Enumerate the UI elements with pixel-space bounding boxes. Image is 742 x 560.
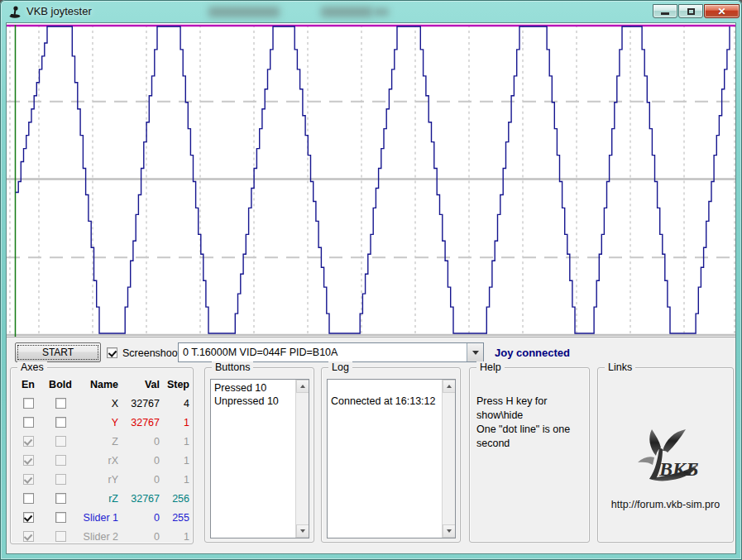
axis-name-x: X — [77, 398, 120, 409]
axis-name-slider2: Slider 2 — [77, 531, 120, 543]
axes-header-val: Val — [120, 379, 161, 390]
start-button[interactable]: START — [15, 342, 101, 362]
bold-checkbox-z — [55, 436, 66, 447]
axis-step-rx: 1 — [161, 455, 191, 467]
forum-link[interactable]: http://forum.vkb-sim.pro — [598, 499, 733, 510]
axis-trace-graph[interactable] — [7, 23, 735, 337]
close-icon: ✕ — [717, 7, 725, 17]
axis-val-y: 32767 — [120, 417, 161, 428]
log-list-items: Connected at 16:13:12 — [328, 380, 441, 538]
axes-header-bold: Bold — [44, 379, 77, 390]
axis-val-rz: 32767 — [120, 493, 161, 505]
help-line: One "dot line" is one second — [476, 423, 589, 451]
help-groupbox-title: Help — [476, 361, 505, 373]
logo-text: ВКБ — [658, 458, 699, 480]
axis-row-slider2: Slider 201 — [12, 527, 191, 546]
maximize-icon — [687, 8, 695, 15]
axis-val-z: 0 — [120, 436, 161, 448]
buttons-groupbox: Buttons Pressed 10Unpressed 10 — [204, 367, 314, 543]
axes-groupbox-title: Axes — [17, 361, 47, 373]
axis-val-ry: 0 — [120, 474, 161, 486]
axis-step-ry: 1 — [161, 474, 191, 486]
list-item[interactable]: Unpressed 10 — [214, 395, 294, 408]
en-checkbox-rz[interactable] — [23, 493, 34, 504]
help-text: Press H key for show\hideOne "dot line" … — [476, 395, 589, 451]
redacted-text-blur — [374, 8, 389, 16]
redacted-text-blur — [208, 7, 280, 17]
bold-checkbox-rz[interactable] — [55, 493, 66, 504]
axis-step-z: 1 — [161, 436, 191, 448]
en-checkbox-rx — [23, 455, 34, 466]
bold-checkbox-ry — [55, 474, 66, 485]
bold-checkbox-y[interactable] — [55, 417, 66, 428]
minimize-button[interactable] — [653, 4, 677, 18]
buttons-scrollbar[interactable] — [295, 380, 309, 538]
triangle-down-icon — [447, 529, 452, 533]
en-checkbox-slider1[interactable] — [23, 512, 34, 523]
device-select-dropdown-button[interactable] — [467, 343, 483, 361]
device-select[interactable]: 0 T.16000M VID=044F PID=B10A — [178, 342, 484, 362]
focus-rectangle — [18, 346, 98, 359]
triangle-down-icon — [300, 529, 305, 533]
window-title: VKB joytester — [26, 5, 92, 17]
minimize-icon — [661, 12, 669, 15]
app-window: VKB joytester ✕ START Screenshoot 0 T.16… — [0, 0, 742, 560]
bold-checkbox-rx — [55, 455, 66, 466]
buttons-listbox[interactable]: Pressed 10Unpressed 10 — [210, 379, 309, 538]
axis-step-x: 4 — [161, 398, 191, 409]
axes-groupbox: Axes EnBoldNameValStepX327674Y327671Z01r… — [10, 367, 194, 544]
bold-checkbox-x[interactable] — [55, 398, 66, 409]
log-scrollbar[interactable] — [442, 380, 455, 538]
en-checkbox-y[interactable] — [23, 417, 34, 428]
axes-table: EnBoldNameValStepX327674Y327671Z01rX01rY… — [12, 375, 191, 546]
list-item[interactable]: Pressed 10 — [214, 381, 294, 395]
close-button[interactable]: ✕ — [704, 4, 740, 18]
axis-row-rz: rZ32767256 — [12, 489, 191, 508]
scroll-down-button[interactable] — [296, 524, 309, 538]
axis-name-ry: rY — [77, 474, 120, 486]
axes-header-row: EnBoldNameValStep — [12, 375, 191, 394]
buttons-list-items: Pressed 10Unpressed 10 — [211, 380, 294, 538]
axis-row-rx: rX01 — [12, 451, 191, 470]
screenshot-checkbox[interactable] — [107, 347, 117, 358]
links-groupbox: Links ВКБ http://forum.vkb-sim.pro — [597, 367, 734, 543]
en-checkbox-x[interactable] — [23, 398, 34, 409]
axis-step-slider1: 255 — [161, 512, 191, 524]
window-titlebar[interactable]: VKB joytester ✕ — [0, 0, 742, 23]
list-item[interactable]: Connected at 16:13:12 — [331, 395, 441, 408]
scroll-down-button[interactable] — [443, 524, 456, 538]
axes-header-name: Name — [77, 379, 120, 390]
list-item[interactable] — [331, 381, 441, 395]
bold-checkbox-slider1[interactable] — [55, 512, 66, 523]
axis-name-rz: rZ — [77, 493, 120, 505]
axis-val-slider1: 0 — [120, 512, 161, 524]
axes-header-en: En — [12, 379, 44, 390]
redacted-text-blur — [321, 7, 372, 17]
help-line: Press H key for show\hide — [476, 395, 589, 423]
buttons-groupbox-title: Buttons — [212, 361, 253, 373]
maximize-button[interactable] — [678, 4, 703, 18]
screenshot-checkbox-label: Screenshoot — [122, 347, 180, 359]
axis-step-slider2: 1 — [161, 531, 191, 543]
scroll-up-button[interactable] — [296, 380, 309, 393]
vkb-logo: ВКБ — [625, 428, 707, 495]
axis-row-slider1: Slider 10255 — [12, 508, 191, 527]
axis-val-rx: 0 — [120, 455, 161, 467]
horizontal-gridlines — [7, 102, 735, 335]
en-checkbox-ry — [23, 474, 34, 485]
links-groupbox-title: Links — [605, 361, 635, 373]
en-checkbox-z — [23, 436, 34, 447]
axis-name-rx: rX — [77, 455, 120, 467]
chevron-down-icon — [472, 351, 479, 355]
scroll-up-button[interactable] — [443, 380, 456, 393]
joy-connected-status: Joy connected — [495, 347, 570, 359]
en-checkbox-slider2 — [23, 531, 34, 542]
bold-checkbox-slider2 — [55, 531, 66, 542]
axes-header-step: Step — [161, 379, 191, 390]
log-listbox[interactable]: Connected at 16:13:12 — [327, 379, 456, 538]
axis-name-slider1: Slider 1 — [77, 512, 120, 524]
triangle-up-icon — [300, 385, 305, 388]
axis-name-y: Y — [77, 417, 120, 428]
triangle-up-icon — [447, 385, 452, 388]
axis-row-x: X327674 — [12, 394, 191, 413]
